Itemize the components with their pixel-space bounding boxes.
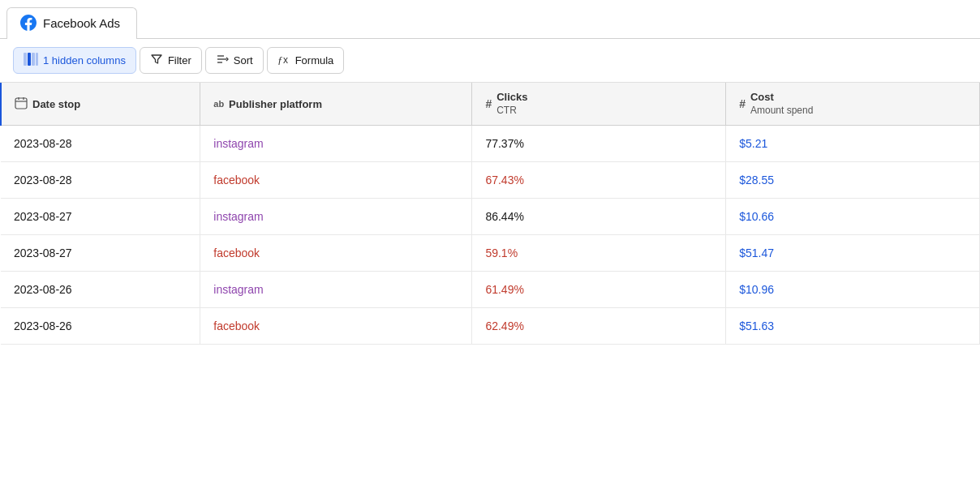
cell-cost: $10.96 — [726, 272, 980, 308]
table-row: 2023-08-27 facebook 59.1% $51.47 — [1, 235, 980, 272]
cell-cost: $10.66 — [726, 199, 980, 235]
sort-icon — [216, 53, 229, 68]
svg-rect-2 — [32, 53, 35, 66]
cell-platform: instagram — [200, 126, 472, 162]
col-header-platform: ab Publisher platform — [200, 83, 472, 126]
cell-date: 2023-08-26 — [1, 308, 200, 345]
cell-date: 2023-08-27 — [1, 199, 200, 235]
col-header-date: Date stop — [1, 83, 200, 126]
cell-cost: $51.63 — [726, 308, 980, 345]
filter-label: Filter — [168, 54, 191, 66]
cell-platform: facebook — [200, 308, 472, 345]
table-header-row: Date stop ab Publisher platform # Clicks… — [1, 83, 980, 126]
columns-icon — [24, 53, 38, 68]
cell-ctr: 67.43% — [472, 162, 726, 199]
svg-rect-0 — [24, 53, 27, 66]
data-table: Date stop ab Publisher platform # Clicks… — [0, 83, 980, 345]
filter-button[interactable]: Filter — [140, 47, 202, 74]
cell-ctr: 61.49% — [472, 272, 726, 308]
col-header-cost: # Cost Amount spend — [726, 83, 980, 126]
platform-link[interactable]: facebook — [213, 174, 260, 186]
platform-link[interactable]: instagram — [213, 283, 263, 296]
hidden-columns-button[interactable]: 1 hidden columns — [13, 47, 136, 74]
filter-icon — [150, 53, 163, 68]
col-label-platform: Publisher platform — [229, 98, 322, 110]
cell-ctr: 77.37% — [472, 126, 726, 162]
platform-link[interactable]: instagram — [213, 210, 263, 223]
col-label-cost: Cost — [750, 91, 813, 105]
text-type-icon: ab — [213, 99, 224, 109]
svg-rect-9 — [15, 98, 27, 109]
cell-ctr: 59.1% — [472, 235, 726, 272]
number-type-icon-2: # — [739, 97, 746, 110]
sort-label: Sort — [234, 54, 253, 66]
cell-platform: facebook — [200, 162, 472, 199]
formula-button[interactable]: ƒ x Formula — [267, 47, 345, 74]
toolbar: 1 hidden columns Filter Sort ƒ x F — [0, 39, 980, 83]
facebook-icon — [20, 15, 37, 31]
tab-label: Facebook Ads — [43, 16, 120, 30]
date-type-icon — [15, 96, 28, 112]
col-sublabel-amount: Amount spend — [750, 105, 813, 118]
cell-cost: $51.47 — [726, 235, 980, 272]
platform-link[interactable]: instagram — [213, 137, 263, 150]
formula-icon: ƒ x — [277, 53, 290, 68]
col-header-ctr: # Clicks CTR — [472, 83, 726, 126]
cell-platform: instagram — [200, 272, 472, 308]
platform-link[interactable]: facebook — [213, 319, 260, 332]
cell-ctr: 86.44% — [472, 199, 726, 235]
platform-link[interactable]: facebook — [213, 246, 260, 259]
table-row: 2023-08-28 facebook 67.43% $28.55 — [1, 162, 980, 199]
cell-date: 2023-08-27 — [1, 235, 200, 272]
cell-ctr: 62.49% — [472, 308, 726, 345]
cell-cost: $28.55 — [726, 162, 980, 199]
hidden-columns-label: 1 hidden columns — [43, 54, 126, 66]
cell-platform: instagram — [200, 199, 472, 235]
tab-facebook-ads[interactable]: Facebook Ads — [6, 7, 137, 39]
cell-date: 2023-08-28 — [1, 162, 200, 199]
tab-bar: Facebook Ads — [0, 0, 980, 39]
table-row: 2023-08-26 instagram 61.49% $10.96 — [1, 272, 980, 308]
svg-text:ƒ: ƒ — [277, 54, 283, 66]
table-row: 2023-08-26 facebook 62.49% $51.63 — [1, 308, 980, 345]
cell-date: 2023-08-28 — [1, 126, 200, 162]
svg-rect-1 — [28, 53, 31, 66]
col-label-clicks: Clicks — [496, 91, 527, 105]
svg-rect-3 — [36, 53, 38, 66]
col-label-date: Date stop — [32, 98, 80, 110]
svg-text:x: x — [283, 54, 288, 66]
cell-platform: facebook — [200, 235, 472, 272]
table-row: 2023-08-28 instagram 77.37% $5.21 — [1, 126, 980, 162]
cell-date: 2023-08-26 — [1, 272, 200, 308]
cell-cost: $5.21 — [726, 126, 980, 162]
sort-button[interactable]: Sort — [205, 47, 264, 74]
col-sublabel-ctr: CTR — [496, 105, 527, 118]
formula-label: Formula — [295, 54, 334, 66]
table-row: 2023-08-27 instagram 86.44% $10.66 — [1, 199, 980, 235]
number-type-icon-1: # — [485, 97, 492, 110]
